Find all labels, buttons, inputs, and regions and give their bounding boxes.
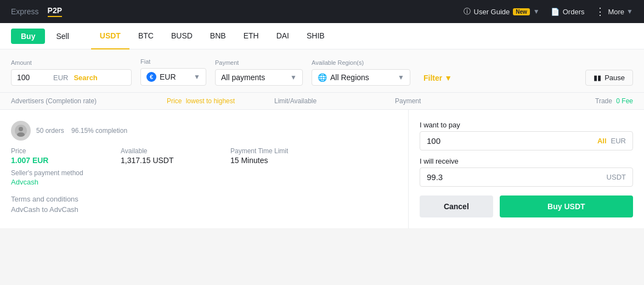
question-icon: ⓘ <box>464 7 471 16</box>
coin-tab-bnb[interactable]: BNB <box>201 23 235 49</box>
region-filter-group: Available Region(s) 🌐 All Regions ▼ <box>312 59 410 86</box>
price-detail-value: 1.007 EUR <box>11 156 121 165</box>
terms-section: Terms and conditions AdvCash to AdvCash <box>11 195 397 214</box>
payment-time-value: 15 Minutes <box>230 156 340 165</box>
available-detail-value: 1,317.15 USDT <box>121 156 230 165</box>
pay-currency: EUR <box>611 137 626 145</box>
payment-label: Payment <box>215 59 303 66</box>
th-limit: Limit/Available <box>274 97 395 105</box>
seller-payment-label: Seller's payment method <box>11 169 121 177</box>
payment-chevron-icon: ▼ <box>290 74 297 81</box>
buy-sell-bar: Buy Sell USDT BTC BUSD BNB ETH DAI SHIB <box>0 23 644 49</box>
fiat-value: EUR <box>160 72 190 81</box>
filter-bar: Amount EUR Search Fiat € EUR ▼ Payment A… <box>0 49 644 93</box>
order-right-panel: I want to pay All EUR I will receive 99.… <box>408 110 644 228</box>
coin-tab-busd[interactable]: BUSD <box>162 23 201 49</box>
price-sort-label[interactable]: lowest to highest <box>186 97 235 105</box>
pause-icon: ▮▮ <box>594 74 601 82</box>
available-detail-label: Available <box>121 147 230 155</box>
globe-icon: 🌐 <box>318 73 327 82</box>
want-to-pay-section: I want to pay All EUR <box>420 121 633 150</box>
coin-tab-usdt[interactable]: USDT <box>91 23 129 49</box>
amount-input[interactable] <box>17 73 50 82</box>
filter-button[interactable]: Filter ▼ <box>423 70 452 86</box>
payment-select[interactable]: All payments ▼ <box>215 69 303 86</box>
coin-tab-btc[interactable]: BTC <box>129 23 162 49</box>
express-nav-item[interactable]: Express <box>11 7 39 16</box>
fiat-icon: € <box>146 72 156 82</box>
user-guide-label: User Guide <box>474 8 510 16</box>
coin-tabs: USDT BTC BUSD BNB ETH DAI SHIB <box>91 23 334 49</box>
region-value: All Regions <box>330 73 394 82</box>
fiat-filter-group: Fiat € EUR ▼ <box>140 58 206 86</box>
chevron-down-icon: ▼ <box>533 8 540 15</box>
th-advertiser: Advertisers (Completion rate) <box>11 97 165 105</box>
pay-input[interactable] <box>427 136 597 146</box>
price-detail: Price 1.007 EUR <box>11 147 121 165</box>
order-left-panel: 50 orders 96.15% completion Price 1.007 … <box>0 110 408 228</box>
user-guide-button[interactable]: ⓘ User Guide New ▼ <box>464 7 540 16</box>
fee-label: 0 Fee <box>616 97 633 105</box>
pause-button[interactable]: ▮▮ Pause <box>585 70 633 86</box>
search-button[interactable]: Search <box>74 74 97 82</box>
seller-payment-value: Advcash <box>11 178 121 186</box>
orders-button[interactable]: 📄 Orders <box>551 8 585 16</box>
p2p-nav-item[interactable]: P2P <box>48 6 62 17</box>
orders-count: 50 orders <box>36 127 64 135</box>
buy-usdt-button[interactable]: Buy USDT <box>500 195 633 217</box>
payment-time-detail: Payment Time Limit 15 Minutes <box>230 147 340 165</box>
coin-tab-eth[interactable]: ETH <box>235 23 268 49</box>
new-badge: New <box>513 8 530 15</box>
fiat-select[interactable]: € EUR ▼ <box>140 68 206 86</box>
advertiser-row: 50 orders 96.15% completion <box>11 121 397 141</box>
receive-wrap: 99.3 USDT <box>420 167 633 187</box>
payment-filter-group: Payment All payments ▼ <box>215 59 303 86</box>
advertiser-stats: 50 orders 96.15% completion <box>36 127 127 135</box>
amount-filter-group: Amount EUR Search <box>11 59 132 86</box>
coin-tab-dai[interactable]: DAI <box>268 23 298 49</box>
available-detail: Available 1,317.15 USDT <box>121 147 230 165</box>
will-receive-section: I will receive 99.3 USDT <box>420 157 633 187</box>
top-navigation: Express P2P ⓘ User Guide New ▼ 📄 Orders … <box>0 0 644 23</box>
th-payment: Payment <box>395 97 595 105</box>
sell-tab[interactable]: Sell <box>49 29 75 44</box>
terms-text: AdvCash to AdvCash <box>11 205 397 214</box>
payment-time-label: Payment Time Limit <box>230 147 340 155</box>
payment-value: All payments <box>221 73 287 82</box>
dots-icon: ⋮ <box>595 5 606 18</box>
th-price: Price lowest to highest <box>165 97 274 105</box>
pause-label: Pause <box>605 74 625 82</box>
region-chevron-icon: ▼ <box>398 74 404 81</box>
buy-tab[interactable]: Buy <box>11 29 45 44</box>
coin-tab-shib[interactable]: SHIB <box>298 23 334 49</box>
fiat-chevron-icon: ▼ <box>194 73 200 81</box>
amount-label: Amount <box>11 59 132 66</box>
orders-icon: 📄 <box>551 8 560 16</box>
table-header: Advertisers (Completion rate) Price lowe… <box>0 93 644 110</box>
chevron-down-icon-more: ▼ <box>626 8 633 15</box>
more-label: More <box>608 8 624 16</box>
completion-rate: 96.15% completion <box>71 127 127 135</box>
filter-chevron-icon: ▼ <box>444 74 452 82</box>
seller-payment-detail: Seller's payment method Advcash <box>11 169 121 186</box>
receive-value: 99.3 <box>427 172 607 182</box>
svg-point-2 <box>17 132 25 137</box>
price-detail-label: Price <box>11 147 121 155</box>
amount-input-wrap[interactable]: EUR Search <box>11 69 132 86</box>
amount-currency: EUR <box>53 74 68 82</box>
want-to-pay-label: I want to pay <box>420 121 633 129</box>
region-select[interactable]: 🌐 All Regions ▼ <box>312 69 410 86</box>
cancel-button[interactable]: Cancel <box>420 195 493 217</box>
fiat-label: Fiat <box>140 58 206 65</box>
avatar <box>11 121 31 141</box>
svg-point-1 <box>19 127 23 131</box>
orders-label: Orders <box>563 8 585 16</box>
more-menu-button[interactable]: ⋮ More ▼ <box>595 5 633 18</box>
will-receive-label: I will receive <box>420 157 633 165</box>
receive-currency: USDT <box>607 173 626 181</box>
filter-label: Filter <box>423 74 442 82</box>
pay-all-button[interactable]: All <box>597 137 607 145</box>
pay-input-wrap: All EUR <box>420 131 633 150</box>
order-details: Price 1.007 EUR Available 1,317.15 USDT … <box>11 147 397 191</box>
th-trade: Trade 0 Fee <box>595 97 633 105</box>
